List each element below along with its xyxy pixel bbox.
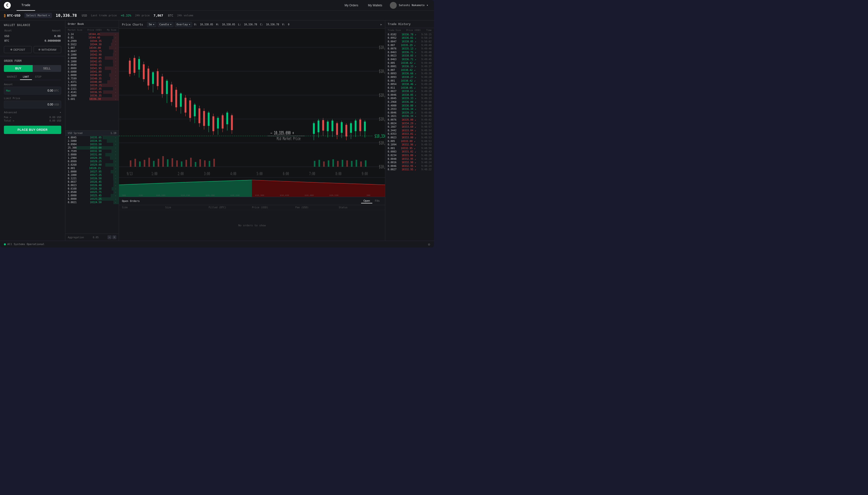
order-book-bid-row[interactable]: 0.6168 10326.30 - xyxy=(65,187,119,190)
order-book-ask-row[interactable]: 2.4141 10336.55 - xyxy=(65,90,119,94)
trade-history-row: 0.3442 10333.84 ↙ 9:48:54 xyxy=(385,129,434,132)
order-book-ask-row[interactable]: 1.0000 10340.65 - xyxy=(65,73,119,77)
order-book-bid-row[interactable]: 2.5000 10334.95 - xyxy=(65,139,119,143)
order-book-bid-row[interactable]: 0.1221 10326.50 - xyxy=(65,177,119,180)
chart-controls: 5m ▾ Candle ▾ Overlay ▾ xyxy=(147,22,192,27)
svg-rect-60 xyxy=(208,113,210,126)
price-unit: USD xyxy=(82,14,87,17)
settings-icon[interactable]: ⚙ xyxy=(428,242,430,246)
chart-navigate-right[interactable]: ▶ xyxy=(380,23,382,26)
order-book-ask-row[interactable]: 1.007 10344.00 - xyxy=(65,46,119,49)
deposit-button[interactable]: ⊕ DEPOSIT xyxy=(4,46,32,53)
order-book-bid-row[interactable]: 1.0000 10325.45 - xyxy=(65,194,119,197)
order-book-ask-row[interactable]: 3.14 10344.45 - xyxy=(65,32,119,36)
svg-rect-103 xyxy=(341,122,343,133)
order-book-ask-row[interactable]: 0.01 10344.40 - xyxy=(65,36,119,39)
my-orders-button[interactable]: My Orders xyxy=(341,2,362,8)
order-book-bid-row[interactable]: 3.0000 10331.00 - xyxy=(65,153,119,156)
order-book-bid-row[interactable]: 0.0037 10326.45 - xyxy=(65,180,119,184)
order-book-bid-row[interactable]: 0.001 10328.15 - xyxy=(65,167,119,170)
limit-price-input[interactable] xyxy=(6,103,53,106)
svg-rect-66 xyxy=(222,115,224,129)
order-book-bid-row[interactable]: 0.0500 10325.75 - xyxy=(65,190,119,194)
ask-my-size: - xyxy=(115,53,116,56)
withdraw-button[interactable]: ⊕ WITHDRAW xyxy=(34,46,62,53)
volume-unit: BTC xyxy=(168,14,173,17)
order-book-bid-row[interactable]: 0.0021 10324.50 - xyxy=(65,201,119,204)
trade-size: 0.0023 xyxy=(388,54,396,57)
order-book-ask-row[interactable]: 0.0688 10342.15 - xyxy=(65,63,119,67)
wallet-section: Wallet Balance Asset Amount USD 0.00 BTC… xyxy=(0,20,65,56)
chart-type-dropdown[interactable]: Candle ▾ xyxy=(158,22,173,27)
order-book-bid-row[interactable]: 0.0984 10333.50 - xyxy=(65,143,119,146)
trade-history-row: 0.2933 10336.34 ↗ 9:49:07 xyxy=(385,107,434,111)
stop-order-tab[interactable]: STOP xyxy=(32,74,44,80)
order-book-bid-row[interactable]: 4.0045 10335.05 - xyxy=(65,136,119,139)
market-order-tab[interactable]: MARKET xyxy=(4,74,20,80)
timeframe-dropdown[interactable]: 5m ▾ xyxy=(147,22,156,27)
order-book-bid-row[interactable]: 0.1000 10327.25 - xyxy=(65,173,119,177)
trade-price: 10336.66 ↗ xyxy=(402,72,416,75)
bid-price: 10329.25 xyxy=(90,160,101,163)
limit-order-tab[interactable]: LIMIT xyxy=(20,74,32,80)
overlay-value: Overlay xyxy=(177,23,188,26)
agg-decrease-button[interactable]: − xyxy=(108,235,111,239)
trade-price: 10335.00 ↙ xyxy=(402,118,416,121)
ask-my-size: - xyxy=(115,36,116,39)
trade-size: 0.007 xyxy=(388,44,395,47)
order-book-bid-row[interactable]: 0.0023 10326.40 - xyxy=(65,184,119,187)
fills-tab[interactable]: Fills xyxy=(372,199,382,203)
svg-rect-0 xyxy=(119,29,385,177)
order-book-ask-row[interactable]: 0.6000 10341.80 - xyxy=(65,70,119,73)
market-select-dropdown[interactable]: Select Market ▾ xyxy=(24,13,52,18)
svg-text:$10,300: $10,300 xyxy=(379,164,385,170)
sell-tab[interactable]: SELL xyxy=(33,65,62,72)
logo-icon[interactable]: C xyxy=(4,2,11,9)
order-form-section: Order Form BUY SELL MARKET LIMIT STOP Am… xyxy=(0,56,65,241)
amount-input[interactable] xyxy=(13,89,53,92)
agg-increase-button[interactable]: + xyxy=(112,235,116,239)
trade-price: 10333.00 ↙ xyxy=(402,136,416,139)
nav-tab-trade[interactable]: Trade xyxy=(17,0,35,11)
svg-rect-46 xyxy=(175,90,177,107)
bid-size: 25.300 xyxy=(68,147,77,149)
svg-rect-74 xyxy=(144,160,145,167)
order-book-bid-row[interactable]: 25.300 10333.00 - xyxy=(65,146,119,150)
order-book-bid-row[interactable]: 1.2904 10329.35 - xyxy=(65,156,119,160)
bid-price: 10335.05 xyxy=(90,136,101,139)
order-book-ask-row[interactable]: 0.1321 10337.35 - xyxy=(65,87,119,90)
order-book-ask-row[interactable]: 3.0000 10339.25 - xyxy=(65,84,119,87)
order-book-bid-row[interactable]: 1.0000 10327.95 - xyxy=(65,170,119,173)
order-book-bid-row[interactable]: 0.0999 10329.25 - xyxy=(65,160,119,163)
order-book-ask-row[interactable]: 1.4371 10340.00 - xyxy=(65,80,119,84)
order-book-ask-row[interactable]: 0.0047 10343.75 - xyxy=(65,49,119,53)
advanced-toggle[interactable]: Advanced ▾ xyxy=(4,111,61,114)
bid-price: 10327.25 xyxy=(90,174,101,176)
open-tab[interactable]: Open xyxy=(361,199,373,203)
svg-text:$10,330: $10,330 xyxy=(230,194,240,197)
order-book-bid-row[interactable]: 0.7599 10332.90 - xyxy=(65,150,119,153)
overlay-dropdown[interactable]: Overlay ▾ xyxy=(175,22,192,27)
order-book-spread: USD Spread 1.19 xyxy=(65,130,119,136)
order-book-ask-row[interactable]: 0.1000 10342.90 - xyxy=(65,53,119,56)
place-order-button[interactable]: PLACE BUY ORDER xyxy=(4,126,61,134)
order-book-ask-row[interactable]: 2.0000 10342.85 - xyxy=(65,56,119,60)
chart-area[interactable]: $10,425 $10,400 $10,375 $10,350 $10,336.… xyxy=(119,29,385,177)
order-book-ask-row[interactable]: 0.3000 10336.35 - xyxy=(65,94,119,97)
trade-price: 10336.80 ↗ xyxy=(402,101,416,103)
order-book-ask-row[interactable]: 0.7599 10340.35 - xyxy=(65,77,119,80)
ask-my-size: - xyxy=(115,33,116,36)
trade-time: 9:48:54 xyxy=(421,129,431,132)
user-menu[interactable]: Satoshi Nakamoto ▾ xyxy=(388,1,430,10)
order-book-bid-row[interactable]: 3.0268 10329.00 - xyxy=(65,163,119,167)
my-wallets-button[interactable]: My Wallets xyxy=(364,2,386,8)
order-book-ask-row[interactable]: 5.601 10336.30 - xyxy=(65,97,119,101)
order-book-ask-row[interactable]: 0.5922 10344.30 - xyxy=(65,42,119,46)
order-book-ask-row[interactable]: 0.2999 10344.35 - xyxy=(65,39,119,42)
order-book-bid-row[interactable]: 6.0000 10325.25 - xyxy=(65,197,119,201)
order-book-ask-row[interactable]: 0.1000 10342.65 - xyxy=(65,60,119,63)
buy-tab[interactable]: BUY xyxy=(4,65,33,72)
order-book-ask-row[interactable]: 2.0000 10341.95 - xyxy=(65,67,119,70)
max-button[interactable]: Max xyxy=(6,89,11,92)
ask-price: 10336.30 xyxy=(89,98,101,100)
